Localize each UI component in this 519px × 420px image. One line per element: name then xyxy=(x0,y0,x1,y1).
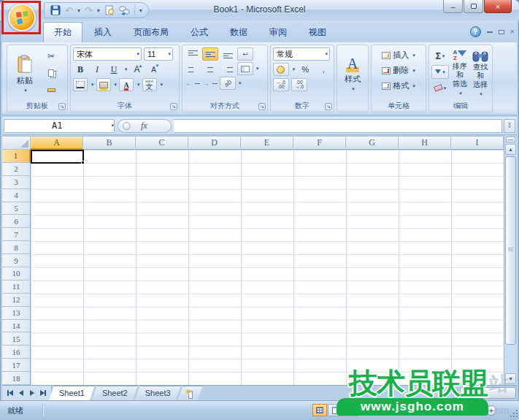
tab-data[interactable]: 数据 xyxy=(220,23,258,42)
help-icon[interactable]: ? xyxy=(470,26,481,37)
bottom-align-button[interactable] xyxy=(220,47,236,61)
last-sheet-button[interactable] xyxy=(38,388,48,399)
column-header-I[interactable]: I xyxy=(451,136,504,150)
cut-button[interactable]: ✂ xyxy=(42,49,61,64)
decrease-indent-button[interactable]: ← xyxy=(185,77,201,90)
row-header-5[interactable]: 5 xyxy=(2,202,31,215)
insert-worksheet-button[interactable]: ✱ xyxy=(178,386,203,400)
top-align-button[interactable] xyxy=(185,47,201,61)
workbook-close-icon[interactable]: × xyxy=(510,28,515,36)
wrap-text-button[interactable]: ↩ xyxy=(237,47,253,61)
font-color-dropdown-icon[interactable]: ▾ xyxy=(137,82,140,88)
percent-style-button[interactable]: % xyxy=(297,63,313,76)
sheet-tab-sheet3[interactable]: Sheet3 xyxy=(135,386,181,400)
merge-center-button[interactable] xyxy=(237,62,253,75)
align-left-button[interactable] xyxy=(185,62,201,75)
column-header-G[interactable]: G xyxy=(346,136,399,150)
paste-button[interactable]: 粘贴 ▾ xyxy=(9,47,40,100)
decrease-decimal-button[interactable]: .00→.0 xyxy=(291,78,307,91)
alignment-dialog-launcher[interactable]: ↘ xyxy=(258,103,266,110)
number-format-select[interactable]: 常规▾ xyxy=(273,47,330,61)
format-cells-button[interactable]: 格式▾ xyxy=(374,80,423,92)
row-header-2[interactable]: 2 xyxy=(2,163,31,176)
row-header-4[interactable]: 4 xyxy=(2,189,31,202)
tab-view[interactable]: 视图 xyxy=(299,23,337,42)
merge-center-dropdown-icon[interactable]: ▾ xyxy=(256,66,259,72)
row-header-6[interactable]: 6 xyxy=(2,215,31,228)
row-header-15[interactable]: 15 xyxy=(2,332,31,345)
select-all-corner[interactable] xyxy=(2,136,31,150)
row-header-18[interactable]: 18 xyxy=(2,372,31,385)
tab-review[interactable]: 审阅 xyxy=(259,23,297,42)
tab-home[interactable]: 开始 xyxy=(43,22,82,42)
copy-button[interactable] xyxy=(42,66,61,80)
font-dialog-launcher[interactable]: ↘ xyxy=(170,103,177,110)
minimize-button[interactable]: – xyxy=(443,0,463,13)
middle-align-button[interactable] xyxy=(202,47,218,61)
print-preview-icon[interactable] xyxy=(104,5,115,15)
accounting-format-button[interactable] xyxy=(273,63,289,76)
borders-button[interactable] xyxy=(73,78,88,91)
selected-cell-A1[interactable] xyxy=(31,150,84,164)
expand-formula-bar-button[interactable]: ˅˅ xyxy=(504,119,515,133)
sheet-tab-sheet2[interactable]: Sheet2 xyxy=(92,386,138,400)
fill-button[interactable]: ▾ xyxy=(431,65,449,79)
vertical-scrollbar[interactable]: ▲ ▼ xyxy=(504,136,517,385)
column-header-C[interactable]: C xyxy=(136,136,188,150)
next-sheet-button[interactable] xyxy=(27,388,37,399)
workbook-restore-icon[interactable] xyxy=(499,30,504,34)
row-header-14[interactable]: 14 xyxy=(2,320,31,333)
format-painter-button[interactable] xyxy=(42,83,61,97)
italic-button[interactable]: I xyxy=(90,63,104,76)
column-header-D[interactable]: D xyxy=(188,136,241,150)
cell-grid[interactable] xyxy=(31,150,504,385)
underline-button[interactable]: U xyxy=(107,63,121,76)
redo-icon[interactable]: ↷ xyxy=(85,6,93,15)
row-header-12[interactable]: 12 xyxy=(2,294,31,307)
scroll-up-button[interactable]: ▲ xyxy=(505,144,516,155)
column-header-A[interactable]: A xyxy=(31,136,83,150)
orientation-button[interactable]: ab xyxy=(220,77,236,90)
increase-decimal-button[interactable]: ←.0.00 xyxy=(273,78,289,91)
orientation-dropdown-icon[interactable]: ▾ xyxy=(239,80,242,86)
normal-view-button[interactable] xyxy=(312,404,327,416)
font-color-button[interactable]: A xyxy=(119,78,134,91)
row-header-3[interactable]: 3 xyxy=(2,176,31,189)
fill-color-button[interactable] xyxy=(96,78,111,91)
close-button[interactable]: × xyxy=(484,0,512,13)
row-header-10[interactable]: 10 xyxy=(2,267,31,280)
underline-dropdown-icon[interactable]: ▾ xyxy=(125,66,128,72)
row-header-1[interactable]: 1 xyxy=(2,150,31,163)
clipboard-dialog-launcher[interactable]: ↘ xyxy=(58,103,66,110)
prev-sheet-button[interactable] xyxy=(16,388,26,399)
row-header-16[interactable]: 16 xyxy=(2,345,31,359)
grow-font-button[interactable]: A▲ xyxy=(130,63,145,76)
fill-color-dropdown-icon[interactable]: ▾ xyxy=(115,82,118,88)
cell-styles-button[interactable]: A 样式 ▾ xyxy=(339,47,366,100)
save-icon[interactable] xyxy=(50,5,61,15)
bold-button[interactable]: B xyxy=(73,63,88,76)
column-header-F[interactable]: F xyxy=(293,136,346,150)
insert-function-button[interactable]: fx xyxy=(118,119,172,133)
comma-style-button[interactable]: , xyxy=(315,63,331,76)
align-center-button[interactable] xyxy=(202,62,218,75)
row-header-7[interactable]: 7 xyxy=(2,228,31,241)
phonetic-button[interactable]: wén文 xyxy=(142,78,157,91)
font-size-select[interactable]: 11▾ xyxy=(144,47,173,61)
title-bar[interactable]: Book1 - Microsoft Excel ↶▾ ↷▾ ▾ – × xyxy=(0,0,519,20)
column-header-E[interactable]: E xyxy=(241,136,293,150)
customize-qat-icon[interactable]: ▾ xyxy=(139,7,142,14)
workbook-minimize-icon[interactable] xyxy=(487,31,493,33)
undo-dropdown-icon[interactable]: ▾ xyxy=(77,7,80,14)
fill-handle[interactable] xyxy=(81,161,85,164)
column-header-H[interactable]: H xyxy=(399,136,451,150)
first-sheet-button[interactable] xyxy=(5,388,15,399)
redo-dropdown-icon[interactable]: ▾ xyxy=(97,7,100,14)
find-select-button[interactable]: 查找和 选择 ▾ xyxy=(471,47,490,99)
vertical-scroll-thumb[interactable] xyxy=(505,156,516,345)
delete-cells-button[interactable]: 删除▾ xyxy=(374,64,423,77)
undo-icon[interactable]: ↶ xyxy=(65,6,73,15)
font-name-select[interactable]: 宋体▾ xyxy=(73,47,142,61)
tab-page-layout[interactable]: 页面布局 xyxy=(123,23,179,42)
clear-button[interactable]: ▾ xyxy=(431,81,449,95)
